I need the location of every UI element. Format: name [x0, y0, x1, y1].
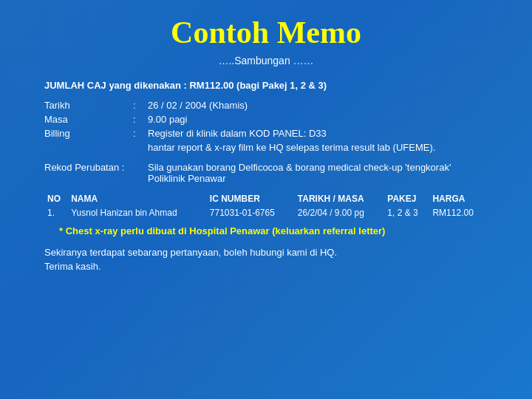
col-tarikh: TARIKH / MASA — [295, 191, 384, 206]
col-harga: HARGA — [429, 191, 488, 206]
billing-extra-empty — [44, 140, 133, 154]
row-harga: RM112.00 — [429, 206, 488, 219]
masa-value: 9.00 pagi — [148, 112, 488, 126]
tarikh-colon: : — [133, 98, 148, 112]
billing-label: Billing — [44, 126, 133, 140]
billing-value: Register di klinik dalam KOD PANEL: D33 — [148, 126, 488, 140]
rekod-value: Sila gunakan borang Delficocoa & borang … — [148, 162, 488, 184]
row-ic: 771031-01-6765 — [207, 206, 295, 219]
billing-colon: : — [133, 126, 148, 140]
col-no: NO — [44, 191, 68, 206]
chest-note: * Chest x-ray perlu dibuat di Hospital P… — [59, 225, 488, 236]
tarikh-label: Tarikh — [44, 98, 133, 112]
masa-label: Masa — [44, 112, 133, 126]
data-table-header-row: NO NAMA IC NUMBER TARIKH / MASA PAKEJ HA… — [44, 191, 488, 206]
col-nama: NAMA — [68, 191, 207, 206]
row-pakej: 1, 2 & 3 — [384, 206, 429, 219]
row-tarikh: 26/2/04 / 9.00 pg — [295, 206, 384, 219]
row-nama: Yusnol Hanizan bin Ahmad — [68, 206, 207, 219]
billing-extra-colon-empty — [133, 140, 148, 154]
page-content: Contoh Memo …..Sambungan …… JUMLAH CAJ y… — [0, 0, 532, 290]
footer-line2: Terima kasih. — [44, 261, 488, 272]
col-pakej: PAKEJ — [384, 191, 429, 206]
billing-extra-row: hantar report & x-ray film ke HQ selepas… — [44, 140, 488, 154]
footer-line1: Sekiranya terdapat sebarang pertanyaan, … — [44, 247, 488, 258]
subtitle: …..Sambungan …… — [44, 55, 488, 66]
billing-extra-value: hantar report & x-ray film ke HQ selepas… — [148, 140, 488, 154]
tarikh-value: 26 / 02 / 2004 (Khamis) — [148, 98, 488, 112]
col-ic: IC NUMBER — [207, 191, 295, 206]
billing-row: Billing : Register di klinik dalam KOD P… — [44, 126, 488, 140]
info-table: Tarikh : 26 / 02 / 2004 (Khamis) Masa : … — [44, 98, 488, 154]
table-row: 1. Yusnol Hanizan bin Ahmad 771031-01-67… — [44, 206, 488, 219]
masa-row: Masa : 9.00 pagi — [44, 112, 488, 126]
jumlah-header: JUMLAH CAJ yang dikenakan : RM112.00 (ba… — [44, 80, 488, 91]
row-no: 1. — [44, 206, 68, 219]
data-table: NO NAMA IC NUMBER TARIKH / MASA PAKEJ HA… — [44, 191, 488, 219]
masa-colon: : — [133, 112, 148, 126]
rekod-label: Rekod Perubatan : — [44, 162, 148, 173]
page-title: Contoh Memo — [44, 15, 488, 50]
tarikh-row: Tarikh : 26 / 02 / 2004 (Khamis) — [44, 98, 488, 112]
rekod-row: Rekod Perubatan : Sila gunakan borang De… — [44, 162, 488, 184]
